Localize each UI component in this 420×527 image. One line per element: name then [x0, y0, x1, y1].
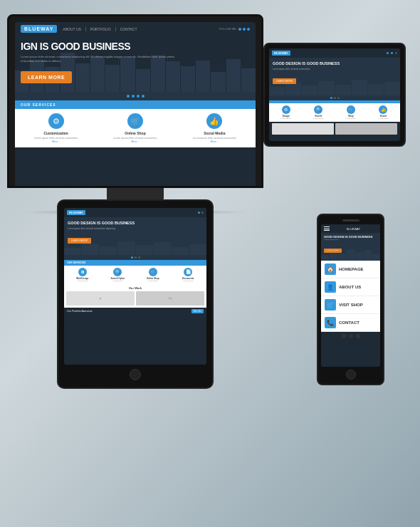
service-name-shop: Online Shop [97, 131, 173, 135]
phone-speaker [342, 219, 359, 221]
social-dot-3[interactable] [247, 28, 250, 31]
tablet-p-hero-text: Lorem ipsum dolor sit amet consectetur a… [68, 227, 203, 230]
tablet-l-icon-3: 🛒 [347, 105, 355, 114]
nav-about[interactable]: ABOUT US [63, 27, 85, 31]
phone-menu-homepage[interactable]: 🏠 HOMEPAGE [321, 261, 380, 278]
social-dot-1[interactable] [238, 28, 241, 31]
tablet-p-nav: BLUEWAY [64, 208, 206, 217]
portfolio-item-1[interactable]: ▶ [66, 291, 135, 306]
phone-screen: BLUEWAY GOOD DESIGN IS GOOD BUSINESS [321, 224, 380, 367]
tablet-landscape-device: BLUEWAY [263, 43, 406, 147]
hero-section: IGN IS GOOD BUSINESS Lorem ipsum dolor s… [15, 36, 256, 92]
learn-more-button[interactable]: LEARN MORE [21, 71, 72, 83]
tablet-p-hero: GOOD DESIGN IS GOOD BUSINESS Lorem ipsum… [64, 217, 206, 255]
tablet-l-hero: GOOD DESIGN IS GOOD BUSINESS Lorem ipsum… [269, 58, 400, 95]
tablet-l-dots [387, 52, 397, 54]
site-logo: BLUEWAY [21, 25, 57, 33]
building [75, 63, 90, 92]
portfolio-thumb-2 [335, 123, 397, 135]
portfolio-bar-title: Our Portfolio Awesome [67, 310, 93, 313]
service-name-customization: Customization [18, 131, 94, 135]
tablet-p-services: 🖥 Web Design Lorem ipsum 🔍 Search Optim … [64, 266, 206, 284]
monitor-frame: BLUEWAY ABOUT US PORTFOLIO CONTACT FOLLO… [7, 14, 263, 188]
slider-dot-4[interactable] [142, 95, 145, 98]
portfolio-bar-btn[interactable]: Blue Btn [191, 309, 204, 313]
building [196, 61, 210, 92]
slider-dot-1[interactable] [127, 95, 130, 98]
slider-dots [15, 92, 256, 100]
tablet-p-service-2: 🔍 Search Optim Lorem ipsum [101, 268, 135, 282]
phone-bottom-bar [321, 332, 380, 340]
tablet-p-cta[interactable]: LEARN MORE [68, 238, 91, 244]
phone-cta[interactable]: LEARN MORE [324, 249, 342, 253]
building [241, 68, 256, 92]
hero-subtitle: Lorem ipsum dolor sit amet, consectetur … [21, 55, 177, 63]
monitor-screen: BLUEWAY ABOUT US PORTFOLIO CONTACT FOLLO… [15, 22, 256, 186]
tablet-l-nav: BLUEWAY [269, 48, 400, 58]
service-link-social[interactable]: More... [177, 140, 253, 143]
phone-device: BLUEWAY GOOD DESIGN IS GOOD BUSINESS [317, 214, 384, 385]
phone-home-circle[interactable] [349, 334, 353, 338]
phone-hero-text: Lorem ipsum dolor [324, 239, 377, 241]
phone-logo: BLUEWAY [347, 227, 360, 231]
tablet-l-icon-1: ⚙ [282, 105, 290, 114]
tablet-home-button[interactable] [130, 369, 141, 380]
service-link-shop[interactable]: More... [97, 140, 173, 143]
portfolio-item-2[interactable]: img [136, 291, 204, 306]
tablet-landscape-frame: BLUEWAY [263, 43, 406, 147]
tablet-p-portfolio-bar: Our Portfolio Awesome Blue Btn [64, 308, 206, 315]
phone-menu: 🏠 HOMEPAGE 👤 ABOUT US 🛒 VISIT SHOP 📞 CON… [321, 261, 380, 332]
service-item-customization: ⚙ Customization Lorem ipsum dolor sit am… [18, 113, 94, 143]
phone-home-button[interactable] [346, 370, 356, 380]
service-link-customization[interactable]: More... [18, 140, 94, 143]
tablet-p-nav-dots [198, 212, 204, 214]
social-dot-2[interactable] [243, 28, 246, 31]
phone-forward-btn[interactable] [356, 334, 360, 338]
portfolio-thumb-1 [272, 123, 334, 135]
tablet-l-service-3: 🛒 Shop Lorem ipsum [335, 105, 367, 120]
about-label: ABOUT US [339, 285, 361, 289]
tablet-l-cta[interactable]: LEARN MORE [273, 78, 296, 84]
homepage-label: HOMEPAGE [339, 267, 364, 271]
phone-back-btn[interactable] [342, 334, 346, 338]
monitor-device: BLUEWAY ABOUT US PORTFOLIO CONTACT FOLLO… [7, 14, 263, 215]
phone-menu-about[interactable]: 👤 ABOUT US [321, 278, 380, 296]
building [211, 72, 225, 92]
shop-label: VISIT SHOP [339, 303, 363, 307]
hamburger-icon[interactable] [324, 226, 330, 231]
tablet-l-hero-title: GOOD DESIGN IS GOOD BUSINESS [273, 61, 397, 66]
portfolio-title: Our Work [66, 286, 204, 290]
nav-contact[interactable]: CONTACT [120, 27, 142, 31]
tablet-l-hero-text: Lorem ipsum dolor sit amet consectetur [273, 68, 397, 71]
tablet-l-services: ⚙ Design Lorem ipsum 🔍 Search Lorem ipsu… [269, 103, 400, 122]
customization-icon: ⚙ [48, 113, 64, 129]
building [181, 66, 195, 92]
tablet-p-portfolio: Our Work ▶ img [64, 284, 206, 308]
nav-portfolio[interactable]: PORTFOLIO [90, 27, 116, 31]
tablet-p-logo: BLUEWAY [67, 210, 85, 215]
tablet-l-portfolio-items [272, 123, 397, 135]
services-row: ⚙ Customization Lorem ipsum dolor sit am… [15, 109, 256, 147]
tablet-p-service-3: 🛒 Online Shop Lorem ipsum [136, 268, 170, 282]
service-item-social: 👍 Social Media Lorem ipsum dolor sit ame… [177, 113, 253, 143]
tablet-p-hero-title: GOOD DESIGN IS GOOD BUSINESS [68, 221, 203, 226]
contact-label: CONTACT [339, 320, 359, 325]
services-label: OUR SERVICES [15, 100, 256, 109]
tablet-l-portfolio-row [269, 122, 400, 136]
tablet-l-service-1: ⚙ Design Lorem ipsum [271, 105, 302, 120]
phone-menu-shop[interactable]: 🛒 VISIT SHOP [321, 296, 380, 314]
slider-dot-3[interactable] [137, 95, 140, 98]
slider-dot-2[interactable] [132, 95, 135, 98]
tablet-portrait-frame: BLUEWAY [57, 199, 214, 389]
tablet-l-service-2: 🔍 Search Lorem ipsum [303, 105, 335, 120]
phone-menu-contact[interactable]: 📞 CONTACT [321, 314, 380, 332]
scene: BLUEWAY ABOUT US PORTFOLIO CONTACT FOLLO… [0, 0, 420, 527]
building [105, 65, 120, 92]
tablet-l-icon-2: 🔍 [314, 105, 322, 114]
tablet-p-dots [64, 255, 206, 260]
tablet-portrait-screen: BLUEWAY [64, 208, 206, 365]
tablet-p-service-1: 🖥 Web Design Lorem ipsum [65, 268, 100, 282]
tablet-l-logo: BLUEWAY [272, 51, 290, 56]
building [226, 59, 241, 92]
site-nav: BLUEWAY ABOUT US PORTFOLIO CONTACT FOLLO… [15, 22, 256, 36]
